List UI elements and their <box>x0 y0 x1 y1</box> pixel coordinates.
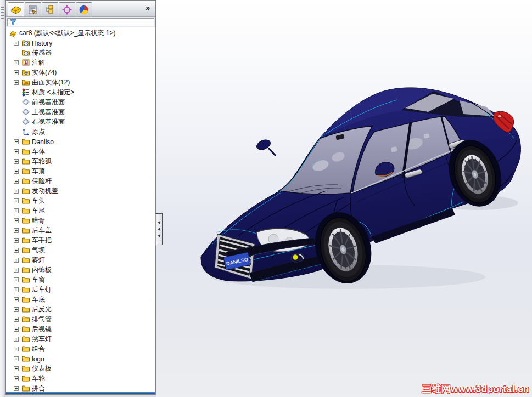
tree-item[interactable]: +排气管 <box>7 314 155 324</box>
expand-toggle[interactable]: + <box>14 70 19 75</box>
expand-toggle[interactable]: + <box>14 376 19 381</box>
expand-toggle[interactable]: + <box>14 287 19 292</box>
tree-item[interactable]: +History <box>7 38 155 48</box>
expander[interactable]: + <box>14 385 21 392</box>
tree-item[interactable]: +后反光 <box>7 304 155 314</box>
tree-item[interactable]: +仪表板 <box>7 364 155 373</box>
expand-toggle[interactable]: + <box>14 238 19 243</box>
tree-item[interactable]: 右视基准面 <box>7 117 155 127</box>
tree-item[interactable]: +发动机盖 <box>7 186 155 196</box>
expander[interactable]: + <box>14 277 21 283</box>
expander[interactable]: + <box>14 237 21 243</box>
tree-item[interactable]: +车尾 <box>7 206 155 215</box>
tree-item[interactable]: +拼合 <box>7 383 155 392</box>
expander[interactable]: + <box>14 158 21 165</box>
tree-item[interactable]: +A注解 <box>7 58 155 67</box>
expander[interactable]: + <box>14 247 21 253</box>
expand-toggle[interactable]: + <box>14 179 19 184</box>
expand-toggle[interactable]: + <box>14 189 19 194</box>
expand-toggle[interactable]: + <box>14 366 19 371</box>
panel-splitter-handle[interactable] <box>155 213 163 245</box>
expander[interactable]: + <box>14 198 21 204</box>
filter-input[interactable] <box>19 19 153 26</box>
expand-toggle[interactable]: + <box>14 169 19 174</box>
tab-display-manager[interactable] <box>76 2 92 16</box>
expand-toggle[interactable]: + <box>14 327 19 332</box>
tree-item[interactable]: +Danilso <box>7 137 155 146</box>
expand-toggle[interactable]: + <box>14 60 19 65</box>
expand-toggle[interactable]: + <box>14 198 19 203</box>
tree-item[interactable]: +车手把 <box>7 235 155 245</box>
tree-item[interactable]: +组合 <box>7 344 155 354</box>
expander[interactable]: + <box>14 178 21 184</box>
expand-toggle[interactable]: + <box>14 159 19 164</box>
tab-dimxpert-manager[interactable] <box>59 2 75 16</box>
tree-item[interactable]: +车轮 <box>7 373 155 383</box>
tree-item[interactable]: 传感器 <box>7 48 155 58</box>
expander[interactable]: + <box>14 366 21 372</box>
expander[interactable]: + <box>14 149 21 155</box>
expander[interactable]: + <box>14 376 21 382</box>
tree-item[interactable]: +暗骨 <box>7 215 155 225</box>
tree-item[interactable]: +车底 <box>7 294 155 304</box>
tab-overflow-button[interactable]: » <box>145 3 150 12</box>
expander[interactable]: + <box>14 336 21 342</box>
expand-toggle[interactable]: + <box>14 41 19 46</box>
tab-configuration-manager[interactable] <box>42 2 58 16</box>
expand-toggle[interactable]: + <box>14 356 19 361</box>
expand-toggle[interactable]: + <box>14 297 19 302</box>
tree-item[interactable]: 上视基准面 <box>7 107 155 117</box>
tree-item[interactable]: +车头 <box>7 196 155 206</box>
expander[interactable]: + <box>14 188 21 194</box>
expand-toggle[interactable]: + <box>14 277 19 282</box>
expander[interactable]: + <box>14 287 21 293</box>
tree-item[interactable]: +保险杆 <box>7 176 155 186</box>
expand-toggle[interactable]: + <box>14 208 19 213</box>
tree-item[interactable]: +内饰板 <box>7 265 155 275</box>
tree-item[interactable]: +logo <box>7 354 155 364</box>
tree-item[interactable]: +气坝 <box>7 245 155 255</box>
expand-toggle[interactable]: + <box>14 218 19 223</box>
expander[interactable]: + <box>14 60 21 66</box>
expand-toggle[interactable]: + <box>14 228 19 233</box>
expander[interactable]: + <box>14 297 21 303</box>
expander[interactable]: + <box>14 218 21 224</box>
expand-toggle[interactable]: + <box>14 248 19 253</box>
expander[interactable]: + <box>14 139 21 145</box>
expand-toggle[interactable]: + <box>14 149 19 154</box>
tree-item[interactable]: +雾灯 <box>7 255 155 265</box>
expander[interactable]: + <box>14 326 21 332</box>
expand-toggle[interactable]: + <box>14 386 19 391</box>
tree-item[interactable]: +后车盖 <box>7 225 155 235</box>
expander[interactable]: + <box>14 257 21 263</box>
expander[interactable]: + <box>14 168 21 174</box>
expander[interactable]: + <box>14 346 21 352</box>
panel-bottom-splitter[interactable] <box>6 392 155 394</box>
tree-item[interactable]: car8 (默认<<默认>_显示状态 1>) <box>7 28 155 38</box>
expand-toggle[interactable]: + <box>14 80 19 85</box>
expand-toggle[interactable]: + <box>14 347 19 351</box>
tree-item[interactable]: +车轮弧 <box>7 156 155 166</box>
graphics-viewport[interactable]: DANILSO <box>156 0 532 397</box>
expander[interactable]: + <box>14 267 21 273</box>
expander[interactable]: + <box>14 208 21 214</box>
tree-item[interactable]: +车窗 <box>7 275 155 285</box>
tree-item[interactable]: +车顶 <box>7 166 155 176</box>
tree-item[interactable]: +后视镜 <box>7 324 155 334</box>
expander[interactable]: + <box>14 70 21 76</box>
expand-toggle[interactable]: + <box>14 307 19 312</box>
expander[interactable]: + <box>14 356 21 362</box>
expand-toggle[interactable]: + <box>14 268 19 273</box>
expander[interactable]: + <box>14 40 21 46</box>
tab-property-manager[interactable] <box>25 2 41 16</box>
expand-toggle[interactable]: + <box>14 317 19 322</box>
tree-item[interactable]: +煞车灯 <box>7 334 155 344</box>
tree-item[interactable]: 原点 <box>7 127 155 137</box>
tree-item[interactable]: +曲面实体(12) <box>7 77 155 87</box>
tree-item[interactable]: +实体(74) <box>7 67 155 77</box>
tree-item[interactable]: 材质 <未指定> <box>7 87 155 97</box>
tree-item[interactable]: 前视基准面 <box>7 97 155 107</box>
tab-featuremanager-tree[interactable] <box>8 2 24 16</box>
expand-toggle[interactable]: + <box>14 258 19 263</box>
expand-toggle[interactable]: + <box>14 337 19 342</box>
